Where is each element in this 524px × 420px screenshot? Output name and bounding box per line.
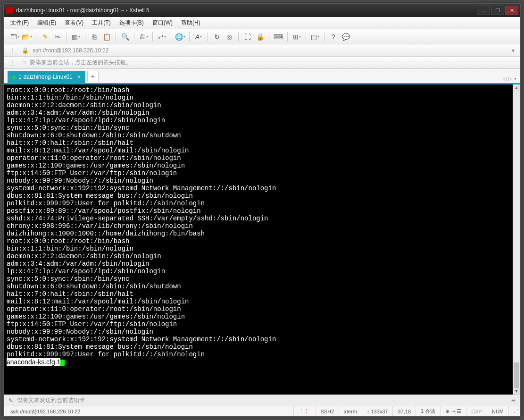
- menu-tabs[interactable]: 选项卡(B): [119, 19, 144, 27]
- print-icon[interactable]: 🖶: [138, 32, 149, 42]
- menu-tools[interactable]: 工具(T): [92, 19, 110, 27]
- chat-icon[interactable]: 💬: [341, 32, 351, 42]
- app-window: daizhihong-Linux01 - root@daizhihong01:~…: [3, 3, 521, 417]
- layout-icon[interactable]: ▤: [310, 32, 320, 42]
- tab-next-icon[interactable]: ▷: [508, 76, 512, 81]
- titlebar: daizhihong-Linux01 - root@daizhihong01:~…: [4, 4, 520, 17]
- reconnect-icon[interactable]: ✎: [40, 32, 50, 42]
- send-hint[interactable]: 仅将文本发送到当前选项卡: [17, 396, 85, 404]
- menu-file[interactable]: 文件(F): [10, 19, 29, 27]
- status-size: 133x37: [371, 409, 388, 414]
- tab-bar: 1 daizhihong-Linux01 × + ◁ ▷ ▾: [4, 69, 520, 83]
- status-cap: CAP: [466, 406, 487, 416]
- minimize-button[interactable]: —: [477, 6, 490, 15]
- address-bar: ⋮ 🔒 ssh://root@192.168.226.10:22 ▾: [4, 44, 520, 57]
- menu-help[interactable]: 帮助(H): [181, 19, 200, 27]
- scroll-down-icon[interactable]: ▼: [513, 388, 520, 395]
- transfer-icon[interactable]: ⇄: [157, 32, 167, 42]
- status-ssh: SSH2: [316, 406, 339, 416]
- info-bar: ⋮ ⚐ 要添加当前会话，点击左侧的箭头按钮。: [4, 57, 520, 69]
- menubar: 文件(F) 编辑(E) 查看(V) 工具(T) 选项卡(B) 窗口(W) 帮助(…: [4, 17, 520, 29]
- new-tab-button[interactable]: +: [87, 71, 99, 82]
- lock-icon[interactable]: 🔒: [255, 32, 265, 42]
- scrollbar[interactable]: ▲ ▼: [513, 84, 520, 395]
- status-connect-icon: ⊕ ➝ ☰: [445, 408, 461, 414]
- status-size-icon: ↕: [367, 409, 370, 414]
- terminal-output[interactable]: root:x:0:0:root:/root:/bin/bash bin:x:1:…: [4, 84, 520, 368]
- terminal-area[interactable]: root:x:0:0:root:/root:/bin/bash bin:x:1:…: [4, 83, 520, 395]
- add-pane-icon[interactable]: ⊞: [291, 32, 302, 42]
- session-tab[interactable]: 1 daizhihong-Linux01 ×: [8, 71, 85, 83]
- open-icon[interactable]: 📂: [22, 32, 32, 42]
- tab-title: daizhihong-Linux01: [24, 74, 73, 80]
- app-icon: [6, 7, 13, 14]
- fullscreen-icon[interactable]: ⛶: [242, 32, 253, 42]
- status-bar: ssh://root@192.168.226.10:22 ⋮⋮ SSH2 xte…: [4, 406, 520, 416]
- send-icon[interactable]: ✎: [8, 397, 13, 404]
- paste-icon[interactable]: 📋: [101, 32, 112, 42]
- address-dropdown-icon[interactable]: ▾: [512, 47, 515, 54]
- status-sessions: 1 会话: [416, 406, 440, 416]
- status-term: xterm: [339, 406, 362, 416]
- status-num: NUM: [487, 406, 508, 416]
- info-text: 要添加当前会话，点击左侧的箭头按钮。: [30, 59, 132, 67]
- close-button[interactable]: ✕: [505, 6, 518, 15]
- refresh-icon[interactable]: ↻: [212, 32, 222, 42]
- scroll-thumb[interactable]: [514, 362, 519, 388]
- keyboard-icon[interactable]: ⌨: [273, 32, 283, 42]
- target-icon[interactable]: ◎: [224, 32, 234, 42]
- status-address: ssh://root@192.168.226.10:22: [6, 406, 293, 416]
- tab-number: 1: [18, 74, 22, 80]
- maximize-button[interactable]: ☐: [491, 6, 504, 15]
- status-dots-icon: ⋮⋮: [299, 408, 309, 414]
- session-add-icon[interactable]: ⚐: [22, 59, 27, 66]
- properties-icon[interactable]: ▦: [71, 32, 81, 42]
- copy-icon[interactable]: ⎘: [89, 32, 100, 42]
- font-icon[interactable]: A: [193, 32, 204, 42]
- help-icon[interactable]: ?: [328, 32, 339, 42]
- scroll-up-icon[interactable]: ▲: [513, 84, 520, 91]
- status-dot-icon: [12, 76, 16, 79]
- window-title: daizhihong-Linux01 - root@daizhihong01:~…: [16, 7, 476, 14]
- search-icon[interactable]: 🔍: [120, 32, 130, 42]
- status-cursor-pos: 37,18: [392, 406, 416, 416]
- tab-prev-icon[interactable]: ◁: [503, 76, 507, 81]
- tab-close-icon[interactable]: ×: [77, 74, 81, 80]
- menu-view[interactable]: 查看(V): [65, 19, 83, 27]
- menu-edit[interactable]: 编辑(E): [37, 19, 56, 27]
- send-bar: ✎ 仅将文本发送到当前选项卡 ≡: [4, 395, 520, 406]
- globe-icon[interactable]: 🌐: [175, 32, 185, 42]
- lock-small-icon: 🔒: [22, 47, 29, 54]
- new-session-icon[interactable]: 🗔: [9, 32, 20, 42]
- menu-window[interactable]: 窗口(W): [152, 19, 173, 27]
- send-menu-icon[interactable]: ≡: [511, 396, 516, 405]
- address-text[interactable]: ssh://root@192.168.226.10:22: [33, 47, 109, 54]
- toolbar: 🗔 📂 ✎ ✂ ▦ ⎘ 📋 🔍 🖶 ⇄ 🌐 A ↻ ◎ ⛶ 🔒 ⌨ ⊞ ▤ ? …: [4, 29, 520, 44]
- tab-menu-icon[interactable]: ▾: [514, 76, 516, 81]
- disconnect-icon[interactable]: ✂: [52, 32, 63, 42]
- resize-grip-icon[interactable]: ⋰: [508, 406, 518, 416]
